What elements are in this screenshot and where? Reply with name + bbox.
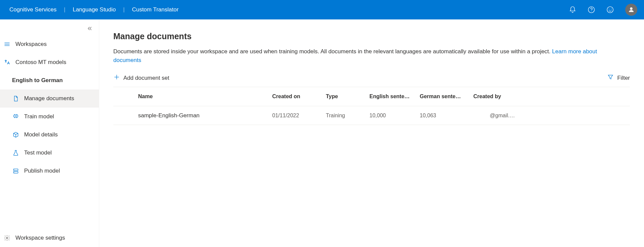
cube-icon — [12, 131, 19, 138]
cell-type: Training — [326, 113, 369, 119]
svg-point-13 — [6, 237, 8, 239]
sidebar-item-test-model[interactable]: Test model — [0, 144, 99, 162]
page-description: Documents are stored inside your workspa… — [113, 47, 616, 64]
svg-point-1 — [591, 11, 591, 12]
collapse-sidebar-button[interactable] — [87, 25, 93, 33]
product-link[interactable]: Language Studio — [73, 6, 116, 13]
sidebar-item-label: Workspaces — [15, 41, 47, 48]
column-type[interactable]: Type — [326, 94, 369, 100]
sidebar-item-label: Model details — [24, 131, 58, 138]
document-icon — [12, 95, 19, 102]
notification-icon[interactable] — [569, 6, 576, 13]
filter-label: Filter — [617, 75, 630, 81]
gear-icon — [3, 234, 11, 242]
column-name[interactable]: Name — [138, 94, 272, 100]
top-bar: Cognitive Services | Language Studio | C… — [0, 0, 644, 19]
sidebar-item-manage-documents[interactable]: Manage documents — [0, 89, 99, 108]
add-document-set-button[interactable]: Add document set — [113, 74, 169, 82]
main-content: Manage documents Documents are stored in… — [99, 19, 644, 247]
sidebar-item-workspace-settings[interactable]: Workspace settings — [0, 229, 99, 247]
column-german[interactable]: German sente… — [420, 94, 473, 100]
topbar-actions — [569, 4, 637, 16]
sidebar-item-label: English to German — [12, 77, 63, 84]
svg-point-11 — [14, 170, 14, 170]
sidebar-item-model-details[interactable]: Model details — [0, 126, 99, 144]
svg-point-3 — [609, 9, 609, 9]
page-title: Manage documents — [113, 32, 630, 41]
avatar[interactable] — [625, 4, 637, 16]
column-created-on[interactable]: Created on — [272, 94, 326, 100]
cell-german: 10,063 — [420, 113, 473, 119]
svg-point-0 — [588, 7, 594, 13]
feedback-icon[interactable] — [606, 6, 614, 13]
add-document-set-label: Add document set — [123, 75, 169, 81]
help-icon[interactable] — [588, 6, 595, 13]
sidebar-item-project[interactable]: English to German — [0, 71, 99, 89]
breadcrumb: Cognitive Services | Language Studio | C… — [9, 6, 179, 13]
app-link[interactable]: Custom Translator — [132, 6, 179, 13]
filter-button[interactable]: Filter — [607, 74, 630, 82]
svg-point-12 — [14, 172, 14, 173]
table-row[interactable]: sample-English-German 01/11/2022 Trainin… — [113, 106, 630, 125]
flask-icon — [12, 149, 19, 157]
brand-link[interactable]: Cognitive Services — [9, 6, 57, 13]
toolbar: Add document set Filter — [113, 74, 630, 87]
publish-icon — [12, 167, 19, 175]
breadcrumb-separator: | — [64, 7, 65, 13]
sidebar-item-label: Publish model — [24, 168, 60, 174]
breadcrumb-separator: | — [123, 7, 125, 13]
documents-table: Name Created on Type English sente… Germ… — [113, 87, 630, 125]
column-english[interactable]: English sente… — [369, 94, 420, 100]
sidebar-item-label: Workspace settings — [15, 235, 65, 241]
cell-created-by: @gmail.… — [473, 113, 517, 119]
sidebar-item-workspaces[interactable]: Workspaces — [0, 35, 99, 53]
cell-english: 10,000 — [369, 113, 420, 119]
svg-point-2 — [607, 7, 613, 13]
list-icon — [3, 41, 11, 48]
sidebar-item-train-model[interactable]: Train model — [0, 108, 99, 126]
sidebar-item-publish-model[interactable]: Publish model — [0, 162, 99, 180]
cell-name: sample-English-German — [138, 112, 272, 119]
plus-icon — [113, 74, 120, 82]
filter-icon — [607, 74, 614, 82]
page-description-text: Documents are stored inside your workspa… — [113, 48, 552, 55]
sidebar: Workspaces Contoso MT models English to … — [0, 19, 99, 247]
sidebar-item-label: Train model — [24, 113, 54, 120]
sidebar-item-workspace[interactable]: Contoso MT models — [0, 53, 99, 71]
cell-created-on: 01/11/2022 — [272, 113, 326, 119]
sidebar-item-label: Contoso MT models — [15, 59, 66, 66]
column-created-by[interactable]: Created by — [473, 94, 517, 100]
table-header: Name Created on Type English sente… Germ… — [113, 87, 630, 106]
brain-icon — [12, 113, 19, 120]
sidebar-item-label: Manage documents — [24, 95, 74, 102]
svg-point-4 — [611, 9, 611, 9]
svg-point-5 — [630, 7, 633, 10]
translate-icon — [3, 59, 11, 66]
sidebar-item-label: Test model — [24, 149, 52, 156]
